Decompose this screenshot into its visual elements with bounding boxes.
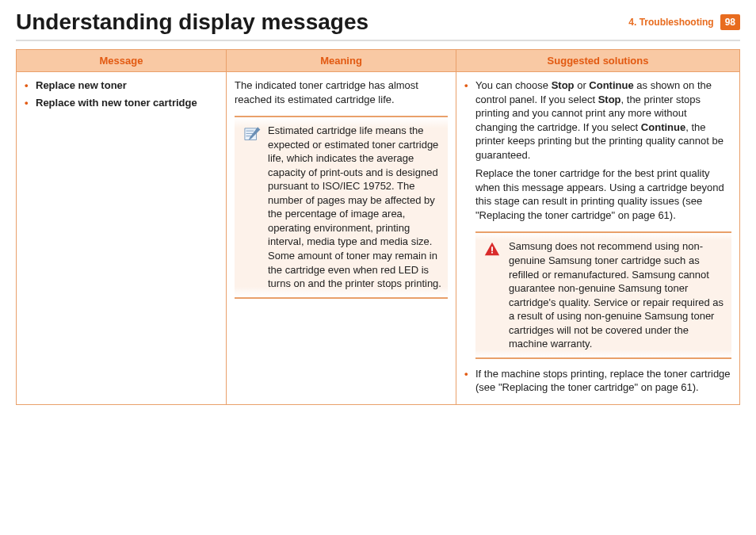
svg-rect-0	[491, 247, 493, 252]
note-icon	[241, 124, 262, 291]
warning-callout: Samsung does not recommend using non-gen…	[475, 231, 731, 358]
cell-meaning: The indicated toner cartridge has almost…	[227, 72, 456, 405]
solution-paragraph: You can choose Stop or Continue as shown…	[475, 78, 731, 162]
cell-message: Replace new toner Replace with new toner…	[17, 72, 227, 405]
warning-text: Samsung does not recommend using non-gen…	[509, 239, 725, 350]
table-row: Replace new toner Replace with new toner…	[17, 72, 740, 405]
messages-table: Message Meaning Suggested solutions Repl…	[16, 49, 740, 405]
col-header-solutions: Suggested solutions	[456, 50, 740, 72]
solution-item: You can choose Stop or Continue as shown…	[464, 78, 731, 359]
message-item: Replace with new toner cartridge	[25, 96, 218, 110]
note-callout: Estimated cartridge life means the expec…	[235, 116, 448, 299]
warning-icon	[482, 239, 502, 350]
solution-paragraph: Replace the toner cartridge for the best…	[475, 166, 731, 222]
page-header: Understanding display messages 4. Troubl…	[16, 10, 740, 41]
page-number-badge: 98	[720, 14, 740, 30]
col-header-meaning: Meaning	[227, 50, 456, 72]
message-item: Replace new toner	[25, 78, 218, 93]
svg-rect-1	[491, 252, 493, 254]
section-label: 4. Troubleshooting	[628, 17, 713, 28]
meaning-text: The indicated toner cartridge has almost…	[235, 78, 448, 106]
note-text: Estimated cartridge life means the expec…	[268, 124, 441, 291]
solution-item: If the machine stops printing, replace t…	[464, 367, 731, 395]
cell-solutions: You can choose Stop or Continue as shown…	[456, 72, 740, 405]
page-title: Understanding display messages	[16, 10, 368, 35]
col-header-message: Message	[17, 50, 227, 72]
breadcrumb: 4. Troubleshooting 98	[628, 14, 740, 30]
